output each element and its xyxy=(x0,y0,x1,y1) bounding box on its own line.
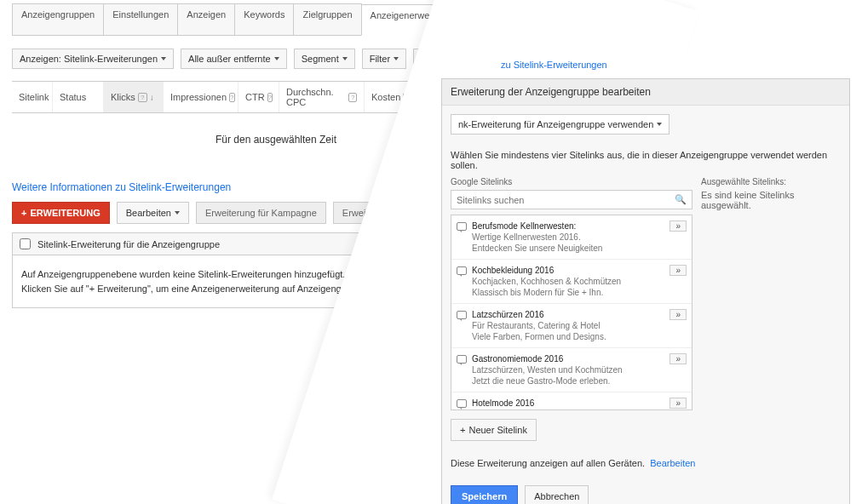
edit-devices-link[interactable]: Bearbeiten xyxy=(650,458,695,468)
sitelink-search[interactable]: 🔍 xyxy=(451,190,692,209)
tab-keywords[interactable]: Keywords xyxy=(234,3,294,35)
sitelink-item[interactable]: Hotelmode 2016Die neue Berufsmode für Ho… xyxy=(451,392,692,410)
tab-audiences[interactable]: Zielgruppen xyxy=(293,3,361,35)
filter-dropdown[interactable]: Filter xyxy=(362,49,406,69)
new-sitelink-button[interactable]: +Neuer Sitelink xyxy=(451,419,537,441)
help-icon: ? xyxy=(348,93,357,102)
plus-icon: + xyxy=(460,425,465,435)
caret-down-icon xyxy=(175,211,180,215)
caret-down-icon xyxy=(394,57,399,60)
edit-dropdown[interactable]: Bearbeiten xyxy=(117,202,189,224)
select-all-checkbox[interactable] xyxy=(20,238,31,249)
comment-icon xyxy=(457,222,467,231)
google-sitelinks-label: Google Sitelinks xyxy=(451,177,692,186)
sitelink-list: Berufsmode Kellnerwesten:Wertige Kellner… xyxy=(451,215,692,410)
tab-adgroups[interactable]: Anzeigengruppen xyxy=(12,3,104,35)
sort-desc-icon: ↓ xyxy=(150,93,154,102)
use-extension-dropdown[interactable]: nk-Erweiterung für Anzeigengruppe verwen… xyxy=(451,114,669,135)
col-status[interactable]: Status xyxy=(53,82,104,112)
sitelink-item[interactable]: Latzschürzen 2016Für Restaurants, Cateri… xyxy=(451,304,692,348)
campaign-extension-tab[interactable]: Erweiterung für Kampagne xyxy=(196,202,326,224)
plus-icon: + xyxy=(21,208,26,218)
add-extension-button[interactable]: +ERWEITERUNG xyxy=(12,202,110,224)
status-filter-dropdown[interactable]: Alle außer entfernte xyxy=(181,49,287,69)
selected-sitelinks-empty: Es sind keine Sitelinks ausgewählt. xyxy=(701,190,841,210)
save-button[interactable]: Speichern xyxy=(451,485,518,504)
caret-down-icon xyxy=(342,57,348,60)
help-icon: ? xyxy=(229,93,234,102)
add-sitelink-button[interactable]: » xyxy=(669,353,687,364)
col-clicks[interactable]: Klicks?↓ xyxy=(104,82,164,112)
sitelink-item[interactable]: Kochbekleidung 2016Kochjacken, Kochhosen… xyxy=(451,260,692,304)
search-icon: 🔍 xyxy=(675,194,687,205)
panel-title: Erweiterung der Anzeigengruppe bearbeite… xyxy=(442,79,849,106)
caret-down-icon xyxy=(274,57,279,60)
add-sitelink-button[interactable]: » xyxy=(669,265,687,276)
tab-ads[interactable]: Anzeigen xyxy=(177,3,235,35)
cancel-button[interactable]: Abbrechen xyxy=(525,485,589,504)
add-sitelink-button[interactable]: » xyxy=(669,398,687,409)
caret-down-icon xyxy=(161,57,166,60)
add-sitelink-button[interactable]: » xyxy=(669,220,687,232)
help-icon: ? xyxy=(267,93,273,102)
sitelink-item[interactable]: Berufsmode Kellnerwesten:Wertige Kellner… xyxy=(451,215,692,260)
help-icon: ? xyxy=(138,93,147,102)
col-sitelink[interactable]: Sitelink xyxy=(12,82,53,112)
add-sitelink-button[interactable]: » xyxy=(669,309,687,320)
instruction-text: Wählen Sie mindestens vier Sitelinks aus… xyxy=(442,143,849,177)
caret-down-icon xyxy=(657,123,662,126)
show-dropdown[interactable]: Anzeigen: Sitelink-Erweiterungen xyxy=(12,49,174,69)
comment-icon xyxy=(457,399,467,408)
edit-extension-panel: Erweiterung der Anzeigengruppe bearbeite… xyxy=(441,78,850,504)
col-ctr[interactable]: CTR? xyxy=(238,82,279,112)
segment-dropdown[interactable]: Segment xyxy=(294,49,355,69)
search-input[interactable] xyxy=(457,195,675,205)
selected-sitelinks-label: Ausgewählte Sitelinks: xyxy=(701,177,841,186)
comment-icon xyxy=(457,355,467,364)
comment-icon xyxy=(457,266,467,275)
sitelink-item[interactable]: Gastronomiemode 2016Latzschürzen, Westen… xyxy=(451,348,692,392)
sitelink-info-link[interactable]: zu Sitelink-Erweiterungen xyxy=(441,60,850,70)
tab-settings[interactable]: Einstellungen xyxy=(103,3,178,35)
col-avgcpc[interactable]: Durchschn. CPC? xyxy=(279,82,365,112)
devices-footer: Diese Erweiterung anzeigen auf allen Ger… xyxy=(442,450,849,477)
comment-icon xyxy=(457,311,467,319)
col-impressions[interactable]: Impressionen? xyxy=(164,82,238,112)
